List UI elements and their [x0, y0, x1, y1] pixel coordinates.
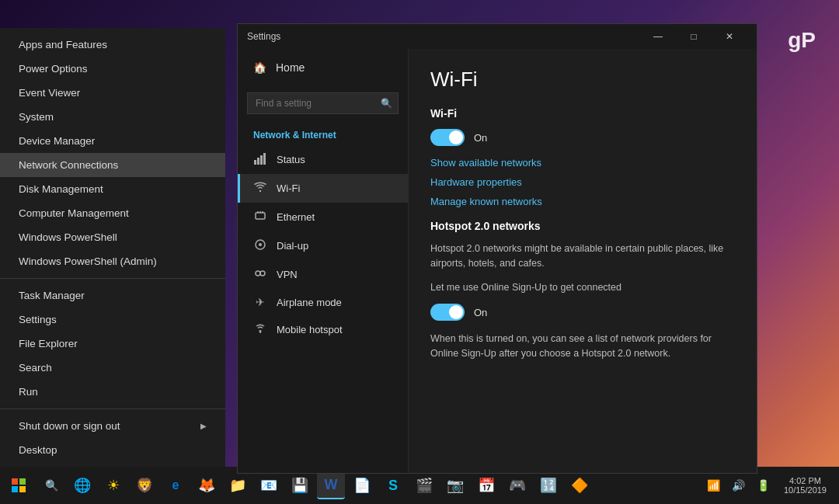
page-title: Wi-Fi [430, 68, 735, 92]
clock-date: 10/15/2019 [784, 485, 827, 495]
svg-point-13 [259, 330, 262, 332]
nav-item-airplane[interactable]: ✈ Airplane mode [238, 289, 408, 315]
hotspot-toggle-label: On [474, 307, 487, 318]
minimize-button[interactable]: — [640, 24, 676, 49]
context-item-apps-features[interactable]: Apps and Features [0, 33, 225, 57]
separator-2 [0, 408, 225, 409]
taskbar-icon-firefox[interactable]: 🦊 [193, 471, 221, 499]
svg-rect-17 [19, 486, 26, 492]
settings-nav: 🏠 Home 🔍 Network & Internet Status [238, 49, 409, 473]
hotspot-description-3: When this is turned on, you can see a li… [430, 332, 735, 361]
window-controls: — □ ✕ [640, 24, 747, 49]
close-button[interactable]: ✕ [712, 24, 747, 49]
svg-point-10 [256, 271, 260, 276]
vpn-icon [253, 267, 267, 282]
taskbar-icon-brightness[interactable]: ☀ [99, 471, 127, 499]
tray-network-icon[interactable]: 📶 [703, 474, 725, 496]
taskbar-search-icon[interactable]: 🔍 [39, 467, 64, 504]
taskbar-icon-chrome[interactable]: 🌐 [68, 471, 96, 499]
nav-wifi-label: Wi-Fi [277, 182, 300, 194]
nav-ethernet-label: Ethernet [277, 211, 315, 223]
taskbar-icon-camera[interactable]: 📷 [441, 471, 469, 499]
nav-dialup-label: Dial-up [277, 240, 308, 252]
context-item-windows-powershell[interactable]: Windows PowerShell [0, 225, 225, 249]
wifi-toggle[interactable] [430, 129, 465, 146]
settings-title: Settings [247, 31, 280, 42]
context-item-search[interactable]: Search [0, 356, 225, 380]
tray-battery-icon[interactable]: 🔋 [753, 474, 775, 496]
context-item-event-viewer[interactable]: Event Viewer [0, 81, 225, 105]
taskbar-icon-files[interactable]: 📁 [224, 471, 252, 499]
nav-home[interactable]: 🏠 Home [238, 49, 408, 86]
nav-status-label: Status [277, 154, 305, 165]
svg-rect-3 [263, 153, 266, 165]
maximize-button[interactable]: □ [676, 24, 712, 49]
context-item-run[interactable]: Run [0, 380, 225, 404]
nav-item-dialup[interactable]: Dial-up [238, 231, 408, 260]
nav-item-status[interactable]: Status [238, 145, 408, 174]
hotspot-description-1: Hotspot 2.0 networks might be available … [430, 242, 735, 271]
context-menu: Apps and Features Power Options Event Vi… [0, 28, 225, 467]
hardware-properties-link[interactable]: Hardware properties [430, 176, 735, 188]
search-input[interactable] [247, 92, 399, 114]
taskbar-icon-word[interactable]: W [317, 471, 345, 499]
context-item-system[interactable]: System [0, 105, 225, 129]
context-item-computer-management[interactable]: Computer Management [0, 201, 225, 225]
taskbar-icon-vlc[interactable]: 🔶 [566, 471, 594, 499]
wifi-toggle-row: On [430, 129, 735, 146]
context-item-windows-powershell-admin[interactable]: Windows PowerShell (Admin) [0, 249, 225, 273]
svg-rect-4 [256, 213, 265, 219]
svg-rect-14 [12, 478, 18, 485]
home-icon: 🏠 [253, 61, 266, 74]
manage-known-link[interactable]: Manage known networks [430, 196, 735, 207]
nav-home-label: Home [276, 61, 305, 74]
context-item-desktop[interactable]: Desktop [0, 438, 225, 462]
taskbar-icon-media[interactable]: 🎬 [410, 471, 438, 499]
hotspot-icon [253, 322, 267, 337]
context-item-network-connections[interactable]: Network Connections [0, 153, 225, 177]
svg-rect-2 [260, 155, 263, 165]
settings-titlebar: Settings — □ ✕ [238, 24, 757, 49]
nav-item-ethernet[interactable]: Ethernet [238, 203, 408, 231]
nav-item-vpn[interactable]: VPN [238, 260, 408, 289]
taskbar-icons: 🌐 ☀ 🦁 e 🦊 📁 📧 💾 W 📄 S 🎬 📷 📅 🎮 🔢 🔶 [65, 471, 701, 499]
taskbar-icon-network[interactable]: 💾 [286, 471, 314, 499]
hotspot-toggle-row: On [430, 304, 735, 321]
context-item-settings[interactable]: Settings [0, 308, 225, 332]
context-item-power-options[interactable]: Power Options [0, 57, 225, 81]
svg-rect-0 [254, 160, 256, 165]
time-display[interactable]: 4:02 PM 10/15/2019 [778, 476, 833, 495]
show-networks-link[interactable]: Show available networks [430, 157, 735, 169]
taskbar-icon-brave[interactable]: 🦁 [131, 471, 158, 499]
nav-vpn-label: VPN [277, 269, 298, 280]
context-item-file-explorer[interactable]: File Explorer [0, 332, 225, 356]
taskbar-icon-calculator[interactable]: 🔢 [534, 471, 562, 499]
ethernet-icon [253, 210, 267, 224]
context-item-task-manager[interactable]: Task Manager [0, 283, 225, 308]
context-item-disk-management[interactable]: Disk Management [0, 177, 225, 201]
taskbar-icon-game[interactable]: 🎮 [503, 471, 531, 499]
taskbar-icon-calendar[interactable]: 📅 [472, 471, 500, 499]
taskbar-tray: 📶 🔊 🔋 4:02 PM 10/15/2019 [703, 474, 839, 496]
taskbar-icon-mail[interactable]: 📧 [255, 471, 283, 499]
settings-body: 🏠 Home 🔍 Network & Internet Status [238, 49, 757, 473]
settings-content: Wi-Fi Wi-Fi On Show available networks H… [409, 49, 757, 473]
settings-window: Settings — □ ✕ 🏠 Home 🔍 Network & Intern… [237, 23, 757, 474]
airplane-icon: ✈ [253, 296, 267, 308]
nav-airplane-label: Airplane mode [277, 297, 342, 308]
context-item-device-manager[interactable]: Device Manager [0, 129, 225, 153]
context-item-shutdown[interactable]: Shut down or sign out ▶ [0, 414, 225, 438]
wifi-icon [253, 181, 267, 196]
taskbar-icon-edge[interactable]: e [162, 471, 190, 499]
taskbar-icon-store[interactable]: S [379, 471, 407, 499]
tray-volume-icon[interactable]: 🔊 [728, 474, 750, 496]
hotspot-description-2: Let me use Online Sign-Up to get connect… [430, 280, 735, 295]
taskbar-icon-pdf[interactable]: 📄 [348, 471, 376, 499]
gp-logo: gP [788, 28, 816, 53]
nav-item-wifi[interactable]: Wi-Fi [238, 174, 408, 203]
start-button[interactable] [0, 467, 37, 504]
nav-item-mobile-hotspot[interactable]: Mobile hotspot [238, 315, 408, 344]
svg-point-11 [260, 271, 265, 276]
nav-search-container: 🔍 [247, 92, 399, 114]
hotspot-toggle[interactable] [430, 304, 465, 321]
